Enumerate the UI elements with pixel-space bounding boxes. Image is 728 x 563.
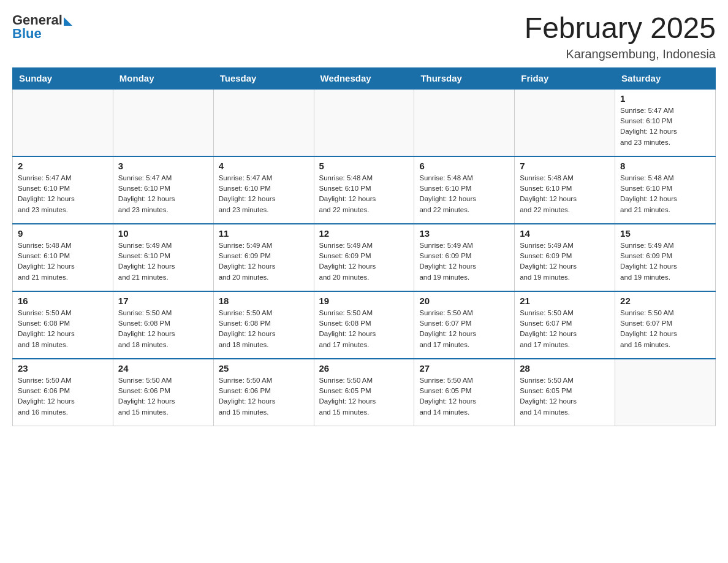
calendar-week-row-1: 1Sunrise: 5:47 AM Sunset: 6:10 PM Daylig… <box>13 89 716 156</box>
day-info: Sunrise: 5:50 AM Sunset: 6:08 PM Dayligh… <box>118 308 208 350</box>
day-info: Sunrise: 5:48 AM Sunset: 6:10 PM Dayligh… <box>520 173 610 215</box>
day-info: Sunrise: 5:47 AM Sunset: 6:10 PM Dayligh… <box>118 173 208 215</box>
calendar-cell: 11Sunrise: 5:49 AM Sunset: 6:09 PM Dayli… <box>213 224 314 291</box>
calendar-cell: 15Sunrise: 5:49 AM Sunset: 6:09 PM Dayli… <box>615 224 716 291</box>
day-number: 16 <box>18 296 108 306</box>
weekday-header-tuesday: Tuesday <box>213 67 314 89</box>
calendar-cell: 26Sunrise: 5:50 AM Sunset: 6:05 PM Dayli… <box>314 359 414 426</box>
day-number: 21 <box>520 296 610 306</box>
day-number: 1 <box>620 93 710 104</box>
calendar-week-row-5: 23Sunrise: 5:50 AM Sunset: 6:06 PM Dayli… <box>13 359 716 426</box>
calendar-cell: 25Sunrise: 5:50 AM Sunset: 6:06 PM Dayli… <box>213 359 314 426</box>
day-info: Sunrise: 5:50 AM Sunset: 6:05 PM Dayligh… <box>419 375 509 418</box>
calendar-header-row: SundayMondayTuesdayWednesdayThursdayFrid… <box>13 67 716 89</box>
day-number: 8 <box>620 161 710 171</box>
calendar-cell: 9Sunrise: 5:48 AM Sunset: 6:10 PM Daylig… <box>13 224 113 291</box>
calendar-cell: 18Sunrise: 5:50 AM Sunset: 6:08 PM Dayli… <box>213 291 314 359</box>
day-info: Sunrise: 5:50 AM Sunset: 6:05 PM Dayligh… <box>319 375 409 418</box>
calendar-cell: 8Sunrise: 5:48 AM Sunset: 6:10 PM Daylig… <box>615 156 716 224</box>
calendar-cell: 28Sunrise: 5:50 AM Sunset: 6:05 PM Dayli… <box>515 359 615 426</box>
day-number: 11 <box>219 228 309 239</box>
day-number: 3 <box>118 161 208 171</box>
calendar-cell: 1Sunrise: 5:47 AM Sunset: 6:10 PM Daylig… <box>615 89 716 156</box>
day-number: 18 <box>219 296 309 306</box>
month-title: February 2025 <box>525 12 716 45</box>
weekday-header-wednesday: Wednesday <box>314 67 414 89</box>
calendar-cell: 3Sunrise: 5:47 AM Sunset: 6:10 PM Daylig… <box>113 156 213 224</box>
day-info: Sunrise: 5:49 AM Sunset: 6:09 PM Dayligh… <box>620 240 710 283</box>
day-number: 26 <box>319 363 409 373</box>
calendar-cell: 16Sunrise: 5:50 AM Sunset: 6:08 PM Dayli… <box>13 291 113 359</box>
day-number: 22 <box>620 296 710 306</box>
day-number: 2 <box>18 161 108 171</box>
calendar-cell: 7Sunrise: 5:48 AM Sunset: 6:10 PM Daylig… <box>515 156 615 224</box>
calendar-cell <box>615 359 716 426</box>
day-info: Sunrise: 5:48 AM Sunset: 6:10 PM Dayligh… <box>620 173 710 215</box>
day-info: Sunrise: 5:48 AM Sunset: 6:10 PM Dayligh… <box>18 240 108 283</box>
day-number: 13 <box>419 228 509 239</box>
day-info: Sunrise: 5:47 AM Sunset: 6:10 PM Dayligh… <box>620 105 710 148</box>
weekday-header-sunday: Sunday <box>13 67 113 89</box>
weekday-header-monday: Monday <box>113 67 213 89</box>
title-section: February 2025 Karangsembung, Indonesia <box>525 12 716 61</box>
day-info: Sunrise: 5:49 AM Sunset: 6:09 PM Dayligh… <box>319 240 409 283</box>
day-info: Sunrise: 5:50 AM Sunset: 6:06 PM Dayligh… <box>118 375 208 418</box>
day-number: 24 <box>118 363 208 373</box>
calendar-cell: 24Sunrise: 5:50 AM Sunset: 6:06 PM Dayli… <box>113 359 213 426</box>
weekday-header-friday: Friday <box>515 67 615 89</box>
logo-arrow-icon <box>64 17 72 26</box>
calendar-cell: 10Sunrise: 5:49 AM Sunset: 6:10 PM Dayli… <box>113 224 213 291</box>
calendar-cell: 20Sunrise: 5:50 AM Sunset: 6:07 PM Dayli… <box>414 291 515 359</box>
day-number: 25 <box>219 363 309 373</box>
location-subtitle: Karangsembung, Indonesia <box>525 47 716 61</box>
day-info: Sunrise: 5:50 AM Sunset: 6:07 PM Dayligh… <box>620 308 710 350</box>
day-number: 12 <box>319 228 409 239</box>
calendar-cell: 5Sunrise: 5:48 AM Sunset: 6:10 PM Daylig… <box>314 156 414 224</box>
day-info: Sunrise: 5:49 AM Sunset: 6:09 PM Dayligh… <box>219 240 309 283</box>
day-info: Sunrise: 5:49 AM Sunset: 6:09 PM Dayligh… <box>520 240 610 283</box>
day-info: Sunrise: 5:47 AM Sunset: 6:10 PM Dayligh… <box>219 173 309 215</box>
day-number: 20 <box>419 296 509 306</box>
day-info: Sunrise: 5:47 AM Sunset: 6:10 PM Dayligh… <box>18 173 108 215</box>
calendar-week-row-3: 9Sunrise: 5:48 AM Sunset: 6:10 PM Daylig… <box>13 224 716 291</box>
calendar-cell: 13Sunrise: 5:49 AM Sunset: 6:09 PM Dayli… <box>414 224 515 291</box>
day-number: 19 <box>319 296 409 306</box>
calendar-week-row-2: 2Sunrise: 5:47 AM Sunset: 6:10 PM Daylig… <box>13 156 716 224</box>
day-number: 6 <box>419 161 509 171</box>
calendar-cell: 27Sunrise: 5:50 AM Sunset: 6:05 PM Dayli… <box>414 359 515 426</box>
day-number: 17 <box>118 296 208 306</box>
day-info: Sunrise: 5:50 AM Sunset: 6:08 PM Dayligh… <box>219 308 309 350</box>
day-number: 28 <box>520 363 610 373</box>
day-number: 4 <box>219 161 309 171</box>
day-number: 15 <box>620 228 710 239</box>
calendar-cell <box>113 89 213 156</box>
calendar-cell: 14Sunrise: 5:49 AM Sunset: 6:09 PM Dayli… <box>515 224 615 291</box>
day-number: 9 <box>18 228 108 239</box>
day-number: 23 <box>18 363 108 373</box>
calendar-cell: 4Sunrise: 5:47 AM Sunset: 6:10 PM Daylig… <box>213 156 314 224</box>
day-number: 10 <box>118 228 208 239</box>
calendar-cell <box>13 89 113 156</box>
day-info: Sunrise: 5:49 AM Sunset: 6:09 PM Dayligh… <box>419 240 509 283</box>
weekday-header-saturday: Saturday <box>615 67 716 89</box>
calendar-cell: 19Sunrise: 5:50 AM Sunset: 6:08 PM Dayli… <box>314 291 414 359</box>
calendar-cell <box>314 89 414 156</box>
calendar-cell: 2Sunrise: 5:47 AM Sunset: 6:10 PM Daylig… <box>13 156 113 224</box>
day-info: Sunrise: 5:50 AM Sunset: 6:06 PM Dayligh… <box>219 375 309 418</box>
calendar-week-row-4: 16Sunrise: 5:50 AM Sunset: 6:08 PM Dayli… <box>13 291 716 359</box>
day-info: Sunrise: 5:50 AM Sunset: 6:07 PM Dayligh… <box>419 308 509 350</box>
day-info: Sunrise: 5:50 AM Sunset: 6:05 PM Dayligh… <box>520 375 610 418</box>
calendar-cell: 23Sunrise: 5:50 AM Sunset: 6:06 PM Dayli… <box>13 359 113 426</box>
day-number: 5 <box>319 161 409 171</box>
page-header: General Blue February 2025 Karangsembung… <box>12 12 716 61</box>
calendar-cell: 12Sunrise: 5:49 AM Sunset: 6:09 PM Dayli… <box>314 224 414 291</box>
calendar-cell: 22Sunrise: 5:50 AM Sunset: 6:07 PM Dayli… <box>615 291 716 359</box>
day-info: Sunrise: 5:50 AM Sunset: 6:08 PM Dayligh… <box>319 308 409 350</box>
day-info: Sunrise: 5:50 AM Sunset: 6:06 PM Dayligh… <box>18 375 108 418</box>
calendar-cell <box>515 89 615 156</box>
calendar-cell: 6Sunrise: 5:48 AM Sunset: 6:10 PM Daylig… <box>414 156 515 224</box>
weekday-header-thursday: Thursday <box>414 67 515 89</box>
day-number: 7 <box>520 161 610 171</box>
day-info: Sunrise: 5:48 AM Sunset: 6:10 PM Dayligh… <box>419 173 509 215</box>
day-number: 27 <box>419 363 509 373</box>
